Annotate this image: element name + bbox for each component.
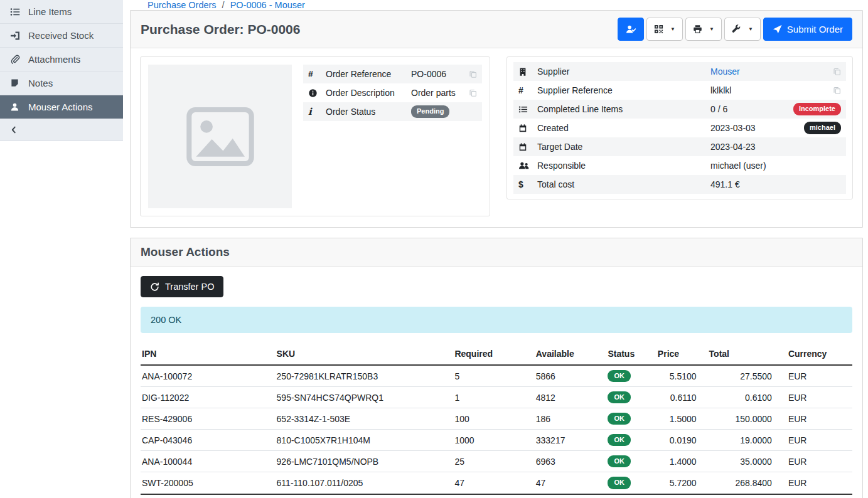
cell-ipn: SWT-200005 xyxy=(141,472,271,494)
detail-label: Order Status xyxy=(326,107,411,117)
cell-required: 47 xyxy=(448,472,529,494)
cell-sku: 250-72981KLRATR150B3 xyxy=(271,365,449,387)
detail-row-responsible: Responsible michael (user) xyxy=(513,156,846,175)
cell-ipn: ANA-100072 xyxy=(141,365,271,387)
table-row: ANA-100072 250-72981KLRATR150B3 5 5866 O… xyxy=(141,365,852,387)
copy-button[interactable] xyxy=(833,67,841,76)
footer-total-value: 501.0000 xyxy=(703,494,778,498)
mouser-actions-panel: Mouser Actions Transfer PO 200 OK IPN SK… xyxy=(130,238,863,498)
content: Purchase Order: PO-0006 ▼ xyxy=(123,10,868,498)
sign-in-icon xyxy=(9,31,20,41)
transfer-po-button[interactable]: Transfer PO xyxy=(141,276,223,297)
part-image-placeholder[interactable] xyxy=(148,65,292,208)
detail-value: michael (user) xyxy=(710,161,841,171)
sidebar-item-attachments[interactable]: Attachments xyxy=(0,48,123,72)
cell-price: 5.7200 xyxy=(651,472,703,494)
col-header-price: Price xyxy=(651,344,703,365)
detail-label: Supplier Reference xyxy=(537,85,710,95)
transfer-po-label: Transfer PO xyxy=(165,282,214,292)
toolbar: ▼ ▼ ▼ xyxy=(618,18,852,41)
cell-total: 268.8400 xyxy=(703,472,778,494)
footer-total-label: Total xyxy=(141,494,271,498)
image-placeholder-icon xyxy=(186,107,254,166)
submit-order-label: Submit Order xyxy=(787,24,843,34)
qrcode-icon xyxy=(654,24,663,34)
col-header-available: Available xyxy=(530,344,602,365)
detail-value: PO-0006 xyxy=(411,69,469,79)
user-check-icon xyxy=(625,24,636,34)
cell-available: 6963 xyxy=(530,451,602,472)
cell-status: OK xyxy=(601,430,651,451)
detail-label: Responsible xyxy=(537,161,710,171)
cell-status: OK xyxy=(601,365,651,387)
status-ok-badge: OK xyxy=(608,413,631,425)
cell-ipn: RES-429006 xyxy=(141,408,271,430)
detail-row-completed-line-items: Completed Line Items 0 / 6 Incomplete xyxy=(513,100,846,119)
col-header-total: Total xyxy=(703,344,778,365)
cell-required: 100 xyxy=(448,408,529,430)
detail-value: 491.1 € xyxy=(710,179,841,189)
barcode-menu-button[interactable]: ▼ xyxy=(646,18,683,41)
detail-label: Order Description xyxy=(326,88,411,98)
cell-required: 1 xyxy=(448,387,529,408)
purchase-order-header: Purchase Order: PO-0006 ▼ xyxy=(131,11,862,48)
cell-status: OK xyxy=(601,451,651,472)
sidebar-item-notes[interactable]: Notes xyxy=(0,72,123,95)
col-header-required: Required xyxy=(448,344,529,365)
status-alert: 200 OK xyxy=(141,307,852,333)
cell-sku: 652-3314Z-1-503E xyxy=(271,408,449,430)
hash-icon: # xyxy=(518,85,537,95)
table-row: ANA-100044 926-LMC7101QM5/NOPB 25 6963 O… xyxy=(141,451,852,472)
cell-sku: 926-LMC7101QM5/NOPB xyxy=(271,451,449,472)
cell-currency: EUR xyxy=(778,365,852,387)
cell-status: OK xyxy=(601,472,651,494)
order-info-table: # Order Reference PO-0006 Order Descri xyxy=(303,65,482,208)
sidebar-item-line-items[interactable]: Line Items xyxy=(0,0,123,24)
sidebar: Line Items Received Stock Attachments No… xyxy=(0,0,123,498)
print-menu-button[interactable]: ▼ xyxy=(685,18,722,41)
cell-available: 333217 xyxy=(530,430,602,451)
order-actions-menu-button[interactable]: ▼ xyxy=(724,18,761,41)
mouser-actions-header: Mouser Actions xyxy=(131,238,862,267)
sidebar-collapse-button[interactable] xyxy=(0,119,123,141)
mouser-actions-title: Mouser Actions xyxy=(141,245,230,259)
user-actions-button[interactable] xyxy=(618,18,644,41)
detail-label: Completed Line Items xyxy=(537,104,710,114)
calendar-icon xyxy=(518,142,537,152)
copy-button[interactable] xyxy=(469,88,477,97)
cell-currency: EUR xyxy=(778,472,852,494)
sidebar-item-received-stock[interactable]: Received Stock xyxy=(0,24,123,48)
detail-row-order-reference: # Order Reference PO-0006 xyxy=(303,65,482,83)
detail-row-order-status: i Order Status Pending xyxy=(303,102,482,121)
cell-price: 5.5100 xyxy=(651,365,703,387)
table-header-row: IPN SKU Required Available Status Price … xyxy=(141,344,852,365)
detail-label: Total cost xyxy=(537,179,710,189)
dollar-icon: $ xyxy=(518,179,537,189)
info-italic-icon: i xyxy=(308,106,326,117)
sidebar-item-mouser-actions[interactable]: Mouser Actions xyxy=(0,95,123,119)
copy-button[interactable] xyxy=(833,86,841,95)
table-row: DIG-112022 595-SN74HCS74QPWRQ1 1 4812 OK… xyxy=(141,387,852,408)
detail-row-supplier-reference: # Supplier Reference lklklkl xyxy=(513,81,846,100)
supplier-link[interactable]: Mouser xyxy=(710,66,740,77)
breadcrumb-link-current[interactable]: PO-0006 - Mouser xyxy=(230,0,305,10)
info-circle-icon xyxy=(308,88,326,98)
cell-available: 47 xyxy=(530,472,602,494)
cell-sku: 810-C1005X7R1H104M xyxy=(271,430,449,451)
submit-order-button[interactable]: Submit Order xyxy=(763,18,852,41)
sidebar-item-label: Notes xyxy=(28,78,53,88)
cell-status: OK xyxy=(601,408,651,430)
cell-available: 186 xyxy=(530,408,602,430)
list-check-icon xyxy=(518,105,537,114)
copy-button[interactable] xyxy=(469,70,477,78)
cell-price: 1.4000 xyxy=(651,451,703,472)
cell-available: 5866 xyxy=(530,365,602,387)
cell-currency: EUR xyxy=(778,451,852,472)
cell-required: 1000 xyxy=(448,430,529,451)
cell-total: 0.6100 xyxy=(703,387,778,408)
col-header-ipn: IPN xyxy=(141,344,271,365)
user-icon xyxy=(9,102,20,112)
main-area: Purchase Orders / PO-0006 - Mouser Purch… xyxy=(123,0,868,498)
sidebar-item-label: Line Items xyxy=(28,6,72,17)
breadcrumb-link-purchase-orders[interactable]: Purchase Orders xyxy=(147,0,217,10)
